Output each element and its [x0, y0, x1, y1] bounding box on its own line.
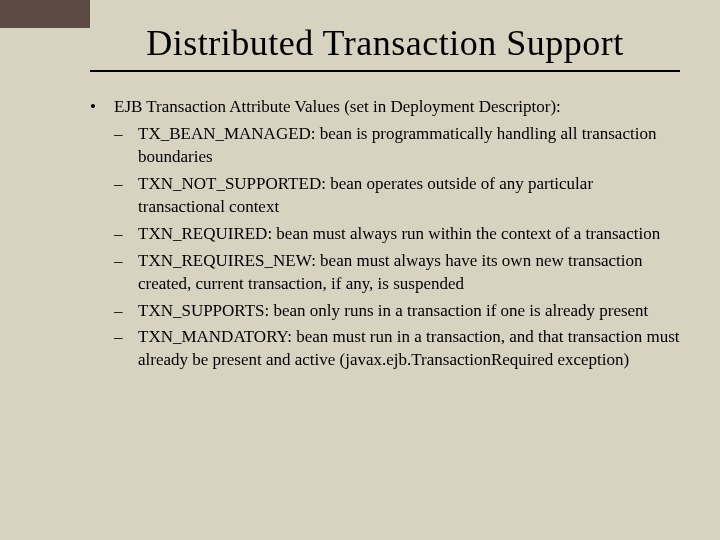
list-item: – TXN_MANDATORY: bean must run in a tran… — [114, 326, 680, 372]
main-heading-text: EJB Transaction Attribute Values (set in… — [114, 96, 561, 119]
list-item: – TXN_REQUIRED: bean must always run wit… — [114, 223, 680, 246]
list-item: – TXN_SUPPORTS: bean only runs in a tran… — [114, 300, 680, 323]
slide-title: Distributed Transaction Support — [90, 22, 680, 64]
item-text: TX_BEAN_MANAGED: bean is programmaticall… — [138, 123, 680, 169]
item-text: TXN_REQUIRES_NEW: bean must always have … — [138, 250, 680, 296]
dash-icon: – — [114, 123, 138, 169]
dash-icon: – — [114, 300, 138, 323]
item-text: TXN_MANDATORY: bean must run in a transa… — [138, 326, 680, 372]
title-underline — [90, 70, 680, 72]
list-item: – TX_BEAN_MANAGED: bean is programmatica… — [114, 123, 680, 169]
main-bullet: • EJB Transaction Attribute Values (set … — [90, 96, 680, 119]
dash-icon: – — [114, 326, 138, 372]
sub-list: – TX_BEAN_MANAGED: bean is programmatica… — [114, 123, 680, 372]
bullet-dot: • — [90, 96, 114, 119]
item-text: TXN_NOT_SUPPORTED: bean operates outside… — [138, 173, 680, 219]
list-item: – TXN_REQUIRES_NEW: bean must always hav… — [114, 250, 680, 296]
dash-icon: – — [114, 173, 138, 219]
item-text: TXN_SUPPORTS: bean only runs in a transa… — [138, 300, 680, 323]
slide-content: Distributed Transaction Support • EJB Tr… — [0, 0, 720, 372]
dash-icon: – — [114, 223, 138, 246]
list-item: – TXN_NOT_SUPPORTED: bean operates outsi… — [114, 173, 680, 219]
corner-decoration — [0, 0, 90, 28]
item-text: TXN_REQUIRED: bean must always run withi… — [138, 223, 680, 246]
dash-icon: – — [114, 250, 138, 296]
